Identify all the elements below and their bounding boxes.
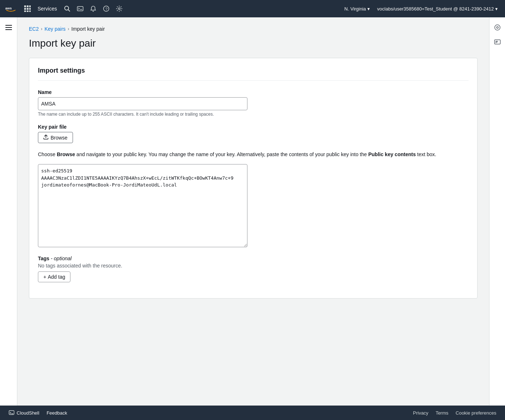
add-tag-label: Add tag <box>48 274 65 280</box>
region-label: N. Virginia <box>344 6 366 12</box>
svg-point-16 <box>118 8 120 10</box>
key-pair-file-group: Key pair file Browse <box>38 124 469 143</box>
svg-rect-7 <box>24 10 26 12</box>
user-arrow: ▾ <box>495 6 498 12</box>
help-icon[interactable]: ? <box>100 3 112 14</box>
services-menu[interactable]: Services <box>35 6 60 12</box>
search-icon[interactable] <box>61 3 73 14</box>
browse-button[interactable]: Browse <box>38 132 73 143</box>
grid-menu-icon[interactable] <box>22 3 33 14</box>
desc-end: text box. <box>416 151 436 157</box>
breadcrumb-ec2[interactable]: EC2 <box>29 26 39 32</box>
tags-hint: No tags associated with the resource. <box>38 263 469 269</box>
tags-label: Tags - optional <box>38 256 469 261</box>
name-input[interactable] <box>38 97 247 110</box>
desc-suffix: and navigate to your public key. You may… <box>75 151 368 157</box>
svg-text:aws: aws <box>5 6 12 10</box>
breadcrumb-sep-1: › <box>41 26 42 31</box>
upload-icon <box>43 134 48 141</box>
cloudshell-icon[interactable] <box>74 3 86 14</box>
browse-label: Browse <box>51 135 68 141</box>
svg-text:?: ? <box>105 7 107 11</box>
main-content: EC2 › Key pairs › Import key pair Import… <box>17 17 489 406</box>
page-title: Import key pair <box>29 38 478 49</box>
desc-browse-bold: Browse <box>57 151 75 157</box>
settings-icon[interactable] <box>113 3 125 14</box>
region-arrow: ▾ <box>367 6 370 12</box>
public-key-group: ssh-ed25519 AAAAC3NzaC1lZDI1NTE5AAAAIKYz… <box>38 164 469 248</box>
svg-point-20 <box>495 25 500 30</box>
sidebar <box>0 17 17 406</box>
svg-rect-3 <box>29 5 31 7</box>
svg-rect-5 <box>27 8 29 10</box>
desc-prefix: Choose <box>38 151 57 157</box>
card-title: Import settings <box>38 67 469 81</box>
add-tag-button[interactable]: + Add tag <box>38 271 70 282</box>
import-settings-card: Import settings Name The name can includ… <box>29 58 478 299</box>
breadcrumb-sep-2: › <box>68 26 69 31</box>
aws-logo[interactable]: aws <box>4 4 17 13</box>
name-form-group: Name The name can include up to 255 ASCI… <box>38 89 469 117</box>
tags-label-text: Tags <box>38 256 49 261</box>
description-text: Choose Browse and navigate to your publi… <box>38 150 469 158</box>
svg-rect-1 <box>24 5 26 7</box>
right-panel-settings-icon[interactable] <box>492 22 503 33</box>
top-navigation: aws Services <box>0 0 505 17</box>
breadcrumb: EC2 › Key pairs › Import key pair <box>29 26 478 32</box>
user-label: voclabs/user3585680=Test_Student @ 8241-… <box>377 6 494 12</box>
services-label: Services <box>38 6 57 12</box>
bell-icon[interactable] <box>87 3 99 14</box>
right-panel-help-icon[interactable] <box>492 36 503 48</box>
main-layout: EC2 › Key pairs › Import key pair Import… <box>0 17 505 406</box>
breadcrumb-key-pairs[interactable]: Key pairs <box>44 26 65 32</box>
svg-rect-8 <box>27 10 29 12</box>
svg-rect-12 <box>77 7 83 11</box>
tags-optional: - optional <box>51 256 72 261</box>
name-hint: The name can include up to 255 ASCII cha… <box>38 112 469 117</box>
right-panel <box>489 17 505 406</box>
svg-point-21 <box>496 27 498 29</box>
svg-line-11 <box>68 10 70 12</box>
sidebar-toggle[interactable] <box>3 22 14 33</box>
key-pair-file-label: Key pair file <box>38 124 469 130</box>
desc-public-key-bold: Public key contents <box>368 151 415 157</box>
svg-rect-4 <box>24 8 26 10</box>
svg-rect-6 <box>29 8 31 10</box>
public-key-textarea[interactable]: ssh-ed25519 AAAAC3NzaC1lZDI1NTE5AAAAIKYz… <box>38 164 247 247</box>
name-label: Name <box>38 89 469 95</box>
svg-rect-2 <box>27 5 29 7</box>
tags-group: Tags - optional No tags associated with … <box>38 256 469 282</box>
user-menu[interactable]: voclabs/user3585680=Test_Student @ 8241-… <box>374 6 501 12</box>
svg-rect-9 <box>29 10 31 12</box>
breadcrumb-current: Import key pair <box>72 26 105 32</box>
add-icon: + <box>43 274 46 280</box>
region-selector[interactable]: N. Virginia ▾ <box>341 6 373 12</box>
